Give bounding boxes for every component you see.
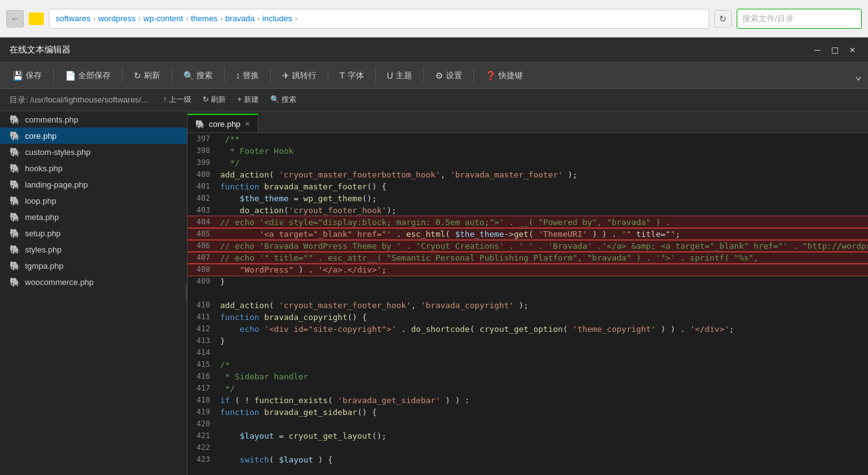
go-up-button[interactable]: ↑ 上一级 [159,93,195,106]
save-all-button[interactable]: 📄 全部保存 [59,68,117,84]
editor-titlebar: 在线文本编辑器 — □ × [0,38,868,62]
close-button[interactable]: × [846,44,859,56]
toolbar-divider-2 [122,68,123,83]
sidebar-item-styles[interactable]: 🐘 styles.php [0,241,187,258]
window-controls: — □ × [811,44,859,56]
folder-icon [29,12,44,25]
code-line: 402 $the_theme = wp_get_theme(); [188,192,868,204]
breadcrumb-themes[interactable]: themes [191,14,218,23]
toolbar-divider-7 [375,68,376,83]
theme-button[interactable]: U 主题 [381,68,418,84]
php-file-icon: 🐘 [9,277,20,287]
code-line: 423 switch( $layout ) { [188,454,868,466]
sidebar-item-woocommerce[interactable]: 🐘 woocommerce.php [0,274,187,290]
sidebar-item-core[interactable]: 🐘 core.php [0,128,187,144]
code-line: 411 function bravada_copyright() { [188,311,868,323]
refresh-button[interactable]: ↻ 刷新 [128,68,166,84]
code-line [188,288,868,299]
address-refresh-button[interactable]: ↻ [714,10,732,28]
sidebar-item-loop[interactable]: 🐘 loop.php [0,192,187,209]
font-icon: T [340,71,345,81]
editor-area: 🐘 core.php ✕ 397 /** 398 * Footer Hook 3… [188,111,868,475]
file-search-box[interactable]: 搜索文件/目录 [737,9,862,29]
back-button[interactable]: ← [6,10,24,28]
search-icon: 🔍 [183,71,194,81]
breadcrumb[interactable]: softwares › wordpress › wp-content › the… [49,9,709,29]
sidebar-item-tgmpa[interactable]: 🐘 tgmpa.php [0,258,187,274]
toolbar-divider-6 [328,68,328,83]
php-file-icon: 🐘 [9,212,20,222]
shortcuts-button[interactable]: ❓ 快捷键 [479,68,529,84]
code-line: 399 */ [188,157,868,169]
save-all-icon: 📄 [65,71,76,81]
save-icon: 💾 [13,71,23,81]
toolbar-divider-9 [473,68,474,83]
path-actions: ↑ 上一级 ↻ 刷新 + 新建 🔍 搜索 [159,93,300,106]
breadcrumb-bravada[interactable]: bravada [225,14,255,23]
php-file-icon: 🐘 [9,179,20,189]
toolbar-divider-3 [171,68,172,83]
php-file-icon: 🐘 [9,244,20,254]
settings-button[interactable]: ⚙ 设置 [429,68,468,84]
php-file-icon: 🐘 [9,163,20,173]
breadcrumb-includes[interactable]: includes [263,14,293,23]
sidebar-item-landing-page[interactable]: 🐘 landing-page.php [0,176,187,192]
php-file-icon: 🐘 [9,261,20,271]
sidebar-item-custom-styles[interactable]: 🐘 custom-styles.php [0,144,187,160]
sidebar: 🐘 comments.php 🐘 core.php 🐘 custom-style… [0,111,188,475]
code-line: 400 add_action( 'cryout_master_footerbot… [188,169,868,181]
php-file-icon: 🐘 [9,196,20,206]
sidebar-item-setup[interactable]: 🐘 setup.php [0,225,187,241]
jump-icon: ✈ [282,71,290,81]
new-file-button[interactable]: + 新建 [234,93,263,106]
theme-icon: U [387,71,393,81]
code-line: 422 [188,442,868,454]
breadcrumb-softwares[interactable]: softwares [56,14,91,23]
php-file-icon: 🐘 [9,114,20,124]
main-layout: 🐘 comments.php 🐘 core.php 🐘 custom-style… [0,111,868,475]
code-line: 414 [188,347,868,359]
search-placeholder: 搜索文件/目录 [742,13,794,24]
code-line: 397 /** [188,133,868,145]
toolbar-more-button[interactable]: ⌄ [855,69,862,82]
save-button[interactable]: 💾 保存 [6,68,48,84]
php-file-icon: 🐘 [9,147,20,157]
code-line: 409 } [188,276,868,288]
tab-label: core.php [209,119,241,129]
code-line: 419 function bravada_get_sidebar() { [188,406,868,418]
current-path: 目录: /usr/local/lighthouse/softwares/... [9,94,148,106]
toolbar: 💾 保存 📄 全部保存 ↻ 刷新 🔍 搜索 ↕ 替换 ✈ 跳转行 T 字体 U … [0,62,868,89]
settings-icon: ⚙ [435,71,443,81]
php-file-icon: 🐘 [9,131,20,141]
code-line: 398 * Footer Hook [188,145,868,157]
search-button[interactable]: 🔍 搜索 [177,68,219,84]
search-files-button[interactable]: 🔍 搜索 [266,93,300,106]
address-bar: ← softwares › wordpress › wp-content › t… [0,0,868,38]
sidebar-item-meta[interactable]: 🐘 meta.php [0,209,187,225]
code-line: 403 do_action('cryout_footer_hook'); [188,204,868,216]
sidebar-item-hooks[interactable]: 🐘 hooks.php [0,160,187,176]
jump-button[interactable]: ✈ 跳转行 [276,68,323,84]
breadcrumb-wp-content[interactable]: wp-content [143,14,183,23]
tab-bar: 🐘 core.php ✕ [188,111,868,133]
path-bar: 目录: /usr/local/lighthouse/softwares/... … [0,89,868,111]
path-refresh-button[interactable]: ↻ 刷新 [199,93,230,106]
maximize-button[interactable]: □ [829,44,841,56]
editor-title: 在线文本编辑器 [9,44,71,56]
breadcrumb-wordpress[interactable]: wordpress [98,14,136,23]
tab-php-icon: 🐘 [195,119,205,129]
replace-button[interactable]: ↕ 替换 [230,68,265,84]
refresh-icon: ↻ [134,71,141,81]
php-file-icon: 🐘 [9,228,20,238]
shortcuts-icon: ❓ [485,71,496,81]
code-line: 413 } [188,335,868,347]
code-editor[interactable]: 397 /** 398 * Footer Hook 399 */ 400 add… [188,133,868,475]
tab-core-php[interactable]: 🐘 core.php ✕ [188,114,258,132]
code-line: 415 /* [188,359,868,371]
tab-close-button[interactable]: ✕ [245,120,250,128]
code-line-highlighted: 405 '<a target="_blank" href="' . esc_ht… [188,228,868,240]
minimize-button[interactable]: — [811,44,824,56]
sidebar-item-comments[interactable]: 🐘 comments.php [0,111,187,128]
font-button[interactable]: T 字体 [333,68,370,84]
code-line: 417 */ [188,382,868,394]
